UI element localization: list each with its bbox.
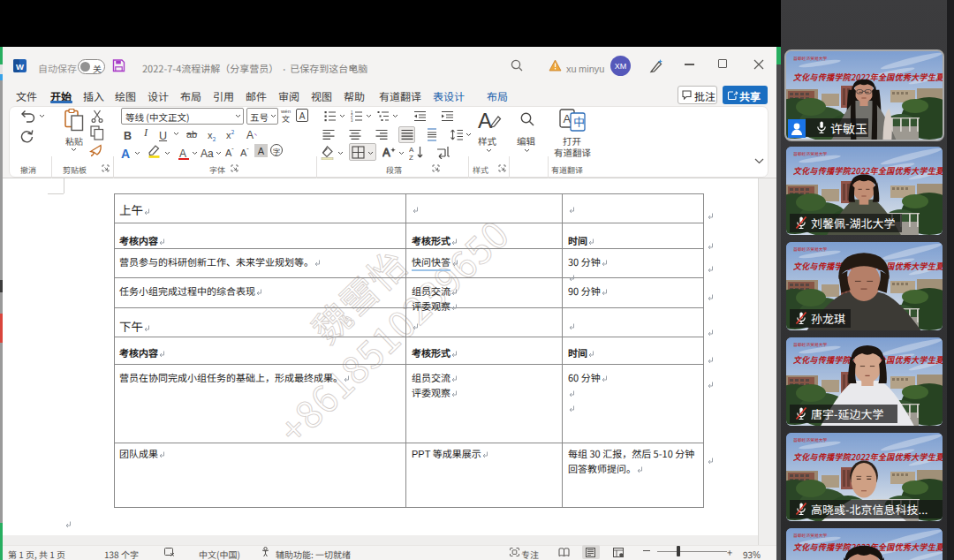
svg-text:Z: Z — [409, 154, 413, 161]
svg-text:A: A — [409, 146, 414, 154]
svg-text:3: 3 — [351, 118, 353, 122]
svg-text:中: 中 — [573, 113, 585, 130]
svg-text:A: A — [564, 112, 572, 125]
svg-text:W: W — [16, 62, 24, 72]
svg-text:A: A — [478, 109, 492, 132]
svg-text:A: A — [382, 146, 390, 159]
